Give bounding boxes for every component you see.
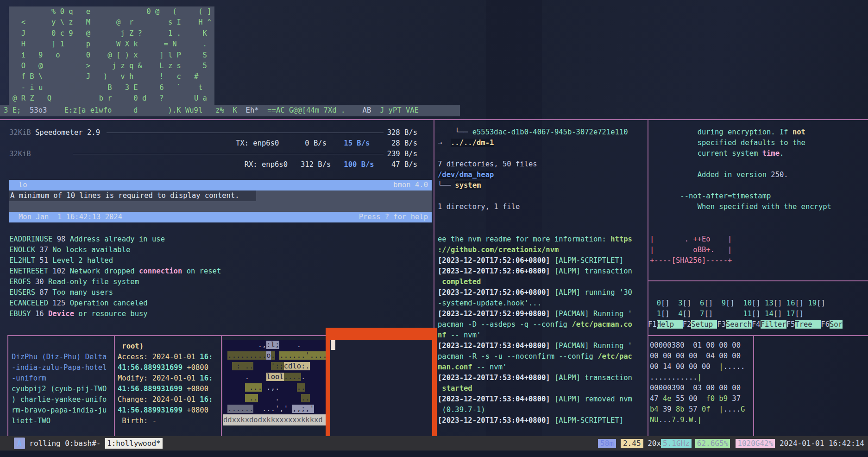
- phonetic-line: DizPhu (Diz-Phu) Delta: [12, 352, 107, 362]
- art-row: ...... ...',' ,,;,': [223, 404, 326, 414]
- speedometer-pane[interactable]: 32KiB Speedometer 2.9328 B/s TX: enp6s0 …: [9, 127, 417, 170]
- pane-divider-vertical-bl-1[interactable]: [114, 335, 115, 438]
- bmon-interface-label: lo: [19, 180, 27, 190]
- pacman-log-line: [2023-12-20T17:53:04+0800] [PACMAN] Runn…: [438, 341, 647, 351]
- pane-divider-vertical-bl-edge[interactable]: [7, 335, 8, 438]
- pacman-log-line: [2023-12-20T17:53:04+0800] [ALPM-SCRIPTL…: [438, 415, 647, 426]
- man-line: Added in version 250.: [650, 170, 866, 180]
- phonetic-words-pane[interactable]: DizPhu (Diz-Phu) Delta-india-zulu-Papa-h…: [12, 352, 107, 426]
- randomart-line: | . ++Eo |: [650, 234, 732, 245]
- pacman-log-pane[interactable]: ee the nvm readme for more information: …: [438, 234, 647, 426]
- bmon-version-label: bmon 4.0: [393, 180, 428, 190]
- man-page-pane[interactable]: during encryption. If not specified defa…: [650, 127, 866, 212]
- stat-line: Modify: 2024-01-01 16:: [118, 373, 213, 384]
- errno-line: ECANCELED 125 Operation canceled: [9, 298, 221, 309]
- htop-function-key-bar[interactable]: F1Help F2Setup F3SearchF4FilterF5Tree F6…: [648, 319, 843, 330]
- man-line: during encryption. If not: [650, 127, 866, 138]
- bmon-message: A minimum of 10 lines is required to dis…: [9, 190, 256, 201]
- man-line: [650, 159, 866, 170]
- htop-cpu-meters[interactable]: 0[] 3[] 6[] 9[] 10[] 13[] 16[] 19[] 1[] …: [648, 298, 825, 319]
- hexdump-line: 00000380 01 00 00 00: [650, 340, 752, 351]
- tree-line: [438, 148, 646, 159]
- rx-sparkline: [73, 154, 384, 159]
- tree-line: └── system: [438, 180, 646, 191]
- bmon-status-bar: Mon Jan 1 16:42:13 2024 Press ? for help: [9, 212, 432, 222]
- man-line: When specified with the encrypt: [650, 202, 866, 212]
- session-badge[interactable]: A: [14, 438, 25, 449]
- tree-output-pane[interactable]: └── e5553dac-d1b0-4067-945b-3072e721e110…: [438, 127, 646, 212]
- pacman-log-line: [2023-12-20T17:52:06+0800] [ALPM-SCRIPTL…: [438, 255, 647, 266]
- matrix-rain-pane[interactable]: % 0 q e 0 @ ( ( ] < y \ z M @ r s I H ^ …: [9, 6, 214, 105]
- bottom-background-strip: [0, 451, 868, 457]
- phonetic-line: cyubpij2 (cyub-pij-TWO: [12, 384, 107, 394]
- stat-line: 41:56.889931699 +0800: [118, 384, 213, 394]
- tmux-status-bar[interactable]: A rolling 0:bash#- 1:hollywood* 58m2.45 …: [0, 436, 868, 451]
- speedometer-row-1: 32KiB Speedometer 2.9328 B/s: [9, 127, 417, 138]
- bmon-date: Mon Jan 1 16:42:13 2024: [19, 212, 122, 222]
- stat-output-pane[interactable]: root)Access: 2024-01-01 16:41:56.8899316…: [118, 341, 213, 426]
- window-tab-bash[interactable]: 0:bash#-: [65, 439, 105, 448]
- hexdump-line: 00000390 03 00 00 00: [650, 383, 752, 394]
- bmon-message-filler: [256, 190, 432, 201]
- pane-divider-horizontal-right-mid[interactable]: [648, 280, 868, 281]
- speedometer-title: Speedometer 2.9: [31, 127, 100, 138]
- hexdump-line: 00 14 00 00 00 |.....: [650, 362, 752, 372]
- art-row: .. . ..: [223, 393, 326, 404]
- pacman-log-line: nf -- nvm': [438, 330, 647, 341]
- hexdump-line: 00 00 00 00 04 00 00: [650, 351, 752, 362]
- randomart-line: +----[SHA256]-----+: [650, 255, 732, 266]
- bmon-message-row: A minimum of 10 lines is required to dis…: [9, 190, 432, 201]
- speedometer-row-rx: RX: enp6s0 312 B/s 100 B/s 47 B/s: [9, 159, 417, 170]
- orange-terminal-window[interactable]: [326, 328, 437, 436]
- pane-divider-vertical-hex[interactable]: [753, 335, 754, 438]
- pacman-log-line: completed: [438, 277, 647, 287]
- errno-line: EUSERS 87 Too many users: [9, 287, 221, 298]
- bmon-pane[interactable]: lo bmon 4.0 A minimum of 10 lines is req…: [9, 180, 432, 222]
- matrix-row: i 9 o 0 @ [ ) x ] l P S: [13, 50, 214, 61]
- bmon-title-bar: lo bmon 4.0: [9, 180, 432, 190]
- matrix-row: f B \ J ) v h ! c #: [13, 71, 214, 82]
- pixel-art-bottom-strip: ddxxkxdodxkkxxxxxxkkkxd: [223, 414, 326, 425]
- pacman-log-line: [2023-12-20T17:52:06+0800] [ALPM] runnin…: [438, 287, 647, 298]
- hostname-label: rolling: [25, 439, 65, 448]
- phonetic-line: liett-TWO: [12, 416, 107, 426]
- tree-line: /dev/dma_heap: [438, 170, 646, 180]
- bmon-empty-row: [9, 201, 432, 212]
- window-tab-hollywood-active[interactable]: 1:hollywood*: [105, 438, 163, 449]
- errno-list-pane[interactable]: EADDRINUSE 98 Address already in useENOL…: [9, 234, 221, 319]
- matrix-row: H ] 1 p W X k = N .: [13, 39, 214, 50]
- matrix-row: J 0 c 9 @ j Z ? 1 . K: [13, 28, 214, 39]
- matrix-row: % 0 q e 0 @ ( ( ]: [13, 6, 214, 17]
- errno-line: ENETRESET 102 Network dropped connection…: [9, 266, 221, 277]
- pacman-log-line: [2023-12-20T17:53:04+0800] [ALPM] remove…: [438, 394, 647, 405]
- matrix-row: < y \ z M @ r s I H ^: [13, 17, 214, 28]
- errno-line: EBUSY 16 Device or resource busy: [9, 309, 221, 319]
- tree-line: → ../../dm-1: [438, 138, 646, 148]
- terminal-cursor: [331, 340, 335, 350]
- tx-rate-max: 328 B/s: [387, 127, 417, 138]
- pacman-log-line: [2023-12-20T17:53:04+0800] [ALPM] transa…: [438, 373, 647, 383]
- stat-line: Change: 2024-01-01 16:: [118, 394, 213, 405]
- errno-line: ENOLCK 37 No locks available: [9, 245, 221, 255]
- tree-line: └── e5553dac-d1b0-4067-945b-3072e721e110: [438, 127, 646, 138]
- pane-divider-vertical-bl-2[interactable]: [221, 335, 222, 438]
- pixel-art-pane[interactable]: .,:l; . .........o. ......'.... : .. ':;…: [223, 340, 326, 414]
- matrix-row: O @ > j z q & L z s 5: [13, 61, 214, 71]
- pane-divider-vertical-right[interactable]: [648, 119, 648, 438]
- art-row: .,:l; .: [223, 340, 326, 350]
- hexdump-line: ...........|: [650, 372, 752, 383]
- speedometer-row-3: 32KiB239 B/s: [9, 149, 417, 159]
- hexdump-line: b4 39 8b 57 0f |....G: [650, 404, 752, 415]
- errno-line: EL2HLT 51 Level 2 halted: [9, 255, 221, 266]
- phonetic-line: ) charlie-yankee-unifo: [12, 394, 107, 405]
- pacman-log-line: ://github.com/creationix/nvm: [438, 245, 647, 255]
- tree-line: 1 directory, 1 file: [438, 202, 646, 212]
- speedometer-capacity-2: 32KiB: [9, 149, 31, 159]
- hexdump-pane[interactable]: 00000380 01 00 00 0000 00 00 00 04 00 00…: [650, 340, 752, 425]
- pacman-log-line: -systemd-update.hook'...: [438, 298, 647, 309]
- phonetic-line: -india-zulu-Papa-hotel: [12, 362, 107, 373]
- hexdump-line: 47 4e 55 00 f0 b9 37: [650, 394, 752, 404]
- rx-rate-max: 239 B/s: [387, 149, 417, 159]
- pane-divider-horizontal-right-low[interactable]: [648, 335, 868, 336]
- stat-line: 41:56.889931699 +0800: [118, 405, 213, 416]
